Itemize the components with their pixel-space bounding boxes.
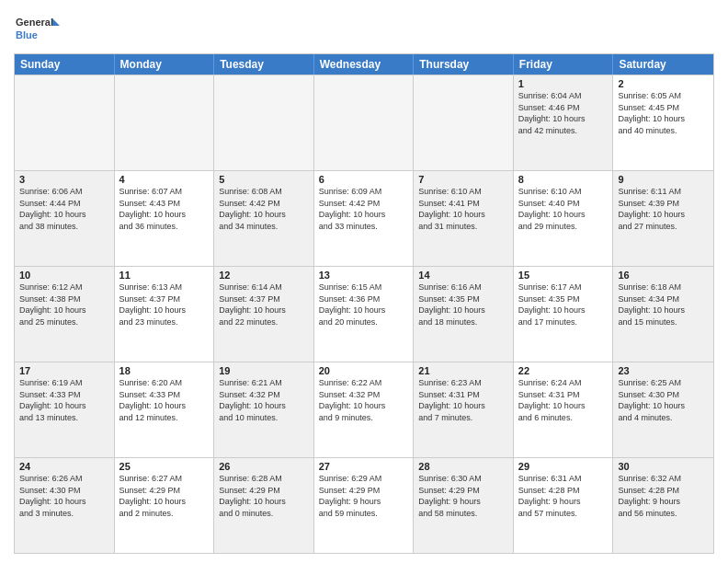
day-info: Sunrise: 6:28 AM Sunset: 4:29 PM Dayligh… (219, 473, 309, 519)
day-number: 14 (418, 270, 508, 281)
cal-cell: 24Sunrise: 6:26 AM Sunset: 4:30 PM Dayli… (15, 458, 115, 553)
day-info: Sunrise: 6:17 AM Sunset: 4:35 PM Dayligh… (518, 282, 609, 327)
cal-cell: 7Sunrise: 6:10 AM Sunset: 4:41 PM Daylig… (414, 171, 514, 266)
day-number: 19 (219, 365, 309, 376)
day-info: Sunrise: 6:30 AM Sunset: 4:29 PM Dayligh… (418, 473, 508, 519)
day-number: 26 (219, 461, 309, 472)
cal-cell: 22Sunrise: 6:24 AM Sunset: 4:31 PM Dayli… (514, 362, 614, 457)
cal-row-4: 24Sunrise: 6:26 AM Sunset: 4:30 PM Dayli… (15, 457, 713, 553)
calendar-body: 1Sunrise: 6:04 AM Sunset: 4:46 PM Daylig… (15, 75, 713, 553)
header-day-thursday: Thursday (414, 54, 514, 75)
cal-cell: 3Sunrise: 6:06 AM Sunset: 4:44 PM Daylig… (15, 171, 115, 266)
day-info: Sunrise: 6:09 AM Sunset: 4:42 PM Dayligh… (319, 186, 409, 232)
cal-cell: 9Sunrise: 6:11 AM Sunset: 4:39 PM Daylig… (613, 171, 713, 266)
cal-cell: 4Sunrise: 6:07 AM Sunset: 4:43 PM Daylig… (115, 171, 215, 266)
cal-cell: 15Sunrise: 6:17 AM Sunset: 4:35 PM Dayli… (514, 267, 614, 362)
day-info: Sunrise: 6:23 AM Sunset: 4:31 PM Dayligh… (418, 377, 508, 423)
day-info: Sunrise: 6:21 AM Sunset: 4:32 PM Dayligh… (219, 377, 309, 423)
cal-cell: 2Sunrise: 6:05 AM Sunset: 4:45 PM Daylig… (613, 75, 713, 170)
day-info: Sunrise: 6:13 AM Sunset: 4:37 PM Dayligh… (119, 282, 210, 327)
day-info: Sunrise: 6:31 AM Sunset: 4:28 PM Dayligh… (518, 473, 609, 519)
cal-cell: 10Sunrise: 6:12 AM Sunset: 4:38 PM Dayli… (15, 267, 115, 362)
day-number: 24 (19, 461, 109, 472)
day-info: Sunrise: 6:18 AM Sunset: 4:34 PM Dayligh… (618, 282, 709, 327)
cal-cell: 1Sunrise: 6:04 AM Sunset: 4:46 PM Daylig… (514, 75, 614, 170)
cal-cell (314, 75, 415, 170)
cal-cell: 12Sunrise: 6:14 AM Sunset: 4:37 PM Dayli… (214, 267, 314, 362)
logo-svg: General Blue (14, 9, 60, 46)
day-number: 7 (418, 174, 508, 185)
day-info: Sunrise: 6:07 AM Sunset: 4:43 PM Dayligh… (119, 186, 210, 232)
cal-cell: 17Sunrise: 6:19 AM Sunset: 4:33 PM Dayli… (15, 362, 115, 457)
day-info: Sunrise: 6:12 AM Sunset: 4:38 PM Dayligh… (19, 282, 109, 327)
day-number: 23 (618, 365, 709, 376)
day-info: Sunrise: 6:25 AM Sunset: 4:30 PM Dayligh… (618, 377, 709, 423)
day-number: 20 (319, 365, 409, 376)
cal-cell: 23Sunrise: 6:25 AM Sunset: 4:30 PM Dayli… (613, 362, 713, 457)
cal-row-3: 17Sunrise: 6:19 AM Sunset: 4:33 PM Dayli… (15, 362, 713, 457)
day-number: 17 (19, 365, 109, 376)
day-number: 12 (219, 270, 309, 281)
day-info: Sunrise: 6:19 AM Sunset: 4:33 PM Dayligh… (19, 377, 109, 423)
cal-cell (414, 75, 514, 170)
day-number: 16 (618, 270, 709, 281)
cal-cell: 21Sunrise: 6:23 AM Sunset: 4:31 PM Dayli… (414, 362, 514, 457)
day-info: Sunrise: 6:10 AM Sunset: 4:41 PM Dayligh… (418, 186, 508, 232)
day-info: Sunrise: 6:06 AM Sunset: 4:44 PM Dayligh… (19, 186, 109, 232)
day-number: 30 (618, 461, 709, 472)
day-number: 11 (119, 270, 210, 281)
day-number: 22 (518, 365, 609, 376)
day-info: Sunrise: 6:27 AM Sunset: 4:29 PM Dayligh… (119, 473, 210, 519)
header-day-tuesday: Tuesday (214, 54, 314, 75)
cal-cell: 28Sunrise: 6:30 AM Sunset: 4:29 PM Dayli… (414, 458, 514, 553)
day-info: Sunrise: 6:10 AM Sunset: 4:40 PM Dayligh… (518, 186, 609, 232)
cal-cell: 19Sunrise: 6:21 AM Sunset: 4:32 PM Dayli… (214, 362, 314, 457)
calendar: SundayMondayTuesdayWednesdayThursdayFrid… (14, 53, 714, 554)
day-number: 8 (518, 174, 609, 185)
cal-cell (214, 75, 314, 170)
svg-text:Blue: Blue (16, 29, 38, 40)
cal-cell: 27Sunrise: 6:29 AM Sunset: 4:29 PM Dayli… (314, 458, 415, 553)
header: General Blue (14, 9, 714, 46)
day-info: Sunrise: 6:16 AM Sunset: 4:35 PM Dayligh… (418, 282, 508, 327)
cal-cell (115, 75, 215, 170)
cal-cell: 8Sunrise: 6:10 AM Sunset: 4:40 PM Daylig… (514, 171, 614, 266)
svg-text:General: General (16, 17, 53, 28)
cal-cell (15, 75, 115, 170)
cal-cell: 26Sunrise: 6:28 AM Sunset: 4:29 PM Dayli… (214, 458, 314, 553)
day-number: 1 (518, 78, 609, 89)
day-number: 21 (418, 365, 508, 376)
day-info: Sunrise: 6:15 AM Sunset: 4:36 PM Dayligh… (319, 282, 409, 327)
header-day-sunday: Sunday (15, 54, 115, 75)
cal-cell: 5Sunrise: 6:08 AM Sunset: 4:42 PM Daylig… (214, 171, 314, 266)
day-info: Sunrise: 6:29 AM Sunset: 4:29 PM Dayligh… (319, 473, 409, 519)
cal-cell: 18Sunrise: 6:20 AM Sunset: 4:33 PM Dayli… (115, 362, 215, 457)
day-info: Sunrise: 6:08 AM Sunset: 4:42 PM Dayligh… (219, 186, 309, 232)
day-info: Sunrise: 6:14 AM Sunset: 4:37 PM Dayligh… (219, 282, 309, 327)
day-number: 4 (119, 174, 210, 185)
header-day-monday: Monday (115, 54, 215, 75)
day-info: Sunrise: 6:32 AM Sunset: 4:28 PM Dayligh… (618, 473, 709, 519)
day-number: 28 (418, 461, 508, 472)
day-number: 15 (518, 270, 609, 281)
day-number: 29 (518, 461, 609, 472)
calendar-header: SundayMondayTuesdayWednesdayThursdayFrid… (15, 54, 713, 75)
day-number: 25 (119, 461, 210, 472)
day-number: 2 (618, 78, 709, 89)
day-number: 10 (19, 270, 109, 281)
day-info: Sunrise: 6:20 AM Sunset: 4:33 PM Dayligh… (119, 377, 210, 423)
header-day-wednesday: Wednesday (314, 54, 415, 75)
day-number: 5 (219, 174, 309, 185)
cal-cell: 25Sunrise: 6:27 AM Sunset: 4:29 PM Dayli… (115, 458, 215, 553)
day-info: Sunrise: 6:05 AM Sunset: 4:45 PM Dayligh… (618, 90, 709, 136)
day-info: Sunrise: 6:04 AM Sunset: 4:46 PM Dayligh… (518, 90, 609, 136)
day-number: 18 (119, 365, 210, 376)
header-day-saturday: Saturday (613, 54, 713, 75)
day-number: 13 (319, 270, 409, 281)
cal-cell: 20Sunrise: 6:22 AM Sunset: 4:32 PM Dayli… (314, 362, 415, 457)
cal-row-1: 3Sunrise: 6:06 AM Sunset: 4:44 PM Daylig… (15, 170, 713, 266)
day-number: 27 (319, 461, 409, 472)
day-number: 9 (618, 174, 709, 185)
cal-cell: 16Sunrise: 6:18 AM Sunset: 4:34 PM Dayli… (613, 267, 713, 362)
cal-row-0: 1Sunrise: 6:04 AM Sunset: 4:46 PM Daylig… (15, 75, 713, 170)
